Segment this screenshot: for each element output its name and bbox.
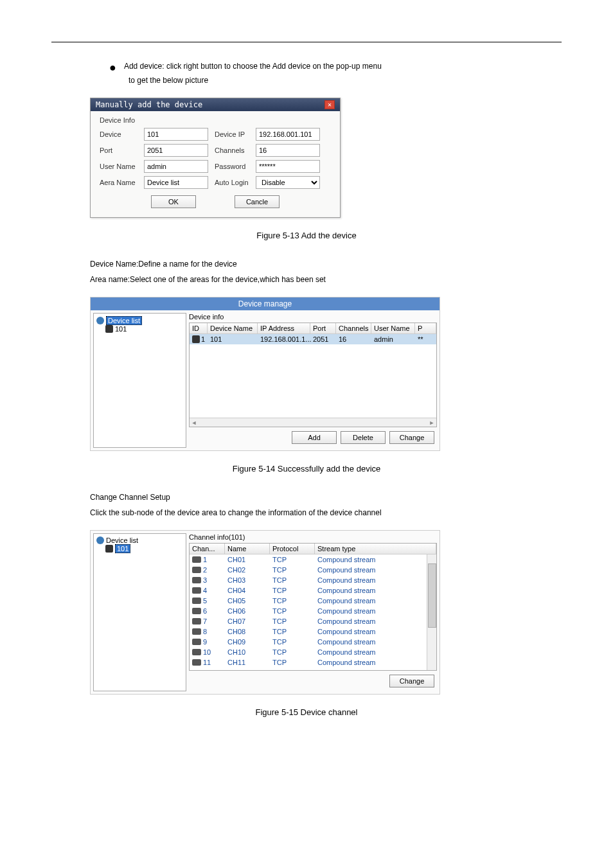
form-row-port: Port Channels <box>100 144 331 157</box>
row-name: CH07 <box>225 617 270 626</box>
row-chan: 4 <box>203 587 207 594</box>
table-row[interactable]: 3CH03TCPCompound stream <box>190 575 436 585</box>
port-label: Port <box>100 146 141 154</box>
top-divider <box>51 42 562 42</box>
form-row-device: Device Device IP <box>100 128 331 141</box>
add-button[interactable]: Add <box>292 431 337 444</box>
col-name[interactable]: Name <box>225 544 270 554</box>
tree-root-devicelist[interactable]: Device list <box>96 536 183 544</box>
row-chan: 9 <box>203 638 207 646</box>
horizontal-scrollbar[interactable]: ◄ ► <box>190 418 436 427</box>
device-manage-panel: Device manage Device list 101 Device inf… <box>90 297 440 451</box>
tree-child-device[interactable]: 101 <box>105 544 183 553</box>
channels-label: Channels <box>215 146 253 154</box>
row-channels: 16 <box>336 334 371 344</box>
row-chan: 8 <box>203 628 207 635</box>
device-ip-input[interactable] <box>256 128 320 141</box>
row-protocol: TCP <box>270 658 315 667</box>
tree-child-label: 101 <box>115 325 127 333</box>
col-channels[interactable]: Channels <box>336 323 371 333</box>
table-row[interactable]: 1 101 192.168.001.1... 2051 16 admin ** <box>190 334 436 344</box>
row-protocol: TCP <box>270 576 315 585</box>
figure-5-15: Device list 101 Channel info(101) Chan..… <box>90 530 562 695</box>
col-chan[interactable]: Chan... <box>190 544 225 554</box>
row-extra: ** <box>415 334 436 344</box>
dialog-button-row: OK Cancle <box>100 195 331 208</box>
autologin-label: Auto Login <box>215 179 253 186</box>
row-name: CH03 <box>225 576 270 585</box>
username-input[interactable] <box>144 160 208 173</box>
vertical-scrollbar[interactable] <box>427 554 436 670</box>
table-row[interactable]: 5CH05TCPCompound stream <box>190 596 436 606</box>
below-5-14-2: Click the sub-node of the device area to… <box>90 508 562 517</box>
channels-input[interactable] <box>256 144 320 157</box>
camera-icon <box>192 598 201 604</box>
change-button[interactable]: Change <box>389 431 434 444</box>
col-device-name[interactable]: Device Name <box>208 323 258 333</box>
col-ip[interactable]: IP Address <box>258 323 310 333</box>
col-extra[interactable]: P <box>415 323 436 333</box>
col-id[interactable]: ID <box>190 323 208 333</box>
row-port: 2051 <box>310 334 336 344</box>
password-label: Password <box>215 163 253 170</box>
table-row[interactable]: 10CH10TCPCompound stream <box>190 647 436 657</box>
tree-root-devicelist[interactable]: Device list <box>96 316 183 325</box>
figure-5-13-desc1: Device Name:Define a name for the device <box>90 260 562 269</box>
col-port[interactable]: Port <box>310 323 336 333</box>
row-protocol: TCP <box>270 565 315 574</box>
device-manage-title: Device manage <box>91 297 440 310</box>
row-chan: 3 <box>203 576 207 584</box>
scroll-thumb[interactable] <box>428 563 436 628</box>
row-stream: Compound stream <box>315 596 436 605</box>
row-chan: 2 <box>203 566 207 574</box>
autologin-select[interactable]: Disable <box>256 176 320 189</box>
cancel-button[interactable]: Cancle <box>235 195 280 208</box>
row-stream: Compound stream <box>315 648 436 657</box>
row-stream: Compound stream <box>315 637 436 646</box>
delete-button[interactable]: Delete <box>341 431 386 444</box>
change-button[interactable]: Change <box>389 675 434 687</box>
row-stream: Compound stream <box>315 586 436 595</box>
table-row[interactable]: 11CH11TCPCompound stream <box>190 657 436 668</box>
table-row[interactable]: 2CH02TCPCompound stream <box>190 565 436 575</box>
device-info-section-label: Device Info <box>100 116 331 124</box>
figure-5-14: Device manage Device list 101 Device inf… <box>90 297 562 451</box>
device-icon <box>105 545 113 553</box>
device-icon <box>192 335 200 343</box>
bullet-text: Add device: click right button to choose… <box>124 62 382 73</box>
scroll-left-icon[interactable]: ◄ <box>190 420 199 426</box>
scroll-right-icon[interactable]: ► <box>427 420 436 426</box>
row-username: admin <box>371 334 415 344</box>
row-chan: 10 <box>203 648 211 656</box>
device-input[interactable] <box>144 128 208 141</box>
row-ip: 192.168.001.1... <box>258 334 310 344</box>
row-chan: 11 <box>203 659 211 666</box>
row-stream: Compound stream <box>315 627 436 636</box>
table-row[interactable]: 7CH07TCPCompound stream <box>190 616 436 626</box>
table-row[interactable]: 4CH04TCPCompound stream <box>190 585 436 596</box>
table-row[interactable]: 6CH06TCPCompound stream <box>190 606 436 616</box>
camera-icon <box>192 577 201 583</box>
password-input[interactable] <box>256 160 320 173</box>
col-protocol[interactable]: Protocol <box>270 544 315 554</box>
ok-button[interactable]: OK <box>151 195 196 208</box>
tree-child-device[interactable]: 101 <box>105 325 183 333</box>
port-input[interactable] <box>144 144 208 157</box>
device-tree-panel: Device list 101 <box>93 313 186 448</box>
figure-5-13-desc2: Area name:Select one of the areas for th… <box>90 275 562 284</box>
username-label: User Name <box>100 163 141 170</box>
figure-5-13-caption: Figure 5-13 Add the device <box>51 231 562 240</box>
row-name: CH05 <box>225 596 270 605</box>
area-input[interactable] <box>144 176 208 189</box>
channel-info-title: Channel info(101) <box>189 533 437 541</box>
camera-icon <box>192 659 201 666</box>
table-row[interactable]: 8CH08TCPCompound stream <box>190 626 436 637</box>
table-row[interactable]: 1CH01TCPCompound stream <box>190 554 436 565</box>
device-table: ID Device Name IP Address Port Channels … <box>189 323 437 427</box>
close-icon[interactable]: ✕ <box>324 100 335 109</box>
camera-icon <box>192 587 201 594</box>
col-username[interactable]: User Name <box>371 323 415 333</box>
table-row[interactable]: 9CH09TCPCompound stream <box>190 637 436 647</box>
col-stream[interactable]: Stream type <box>315 544 436 554</box>
document-page: ● Add device: click right button to choo… <box>0 0 613 768</box>
